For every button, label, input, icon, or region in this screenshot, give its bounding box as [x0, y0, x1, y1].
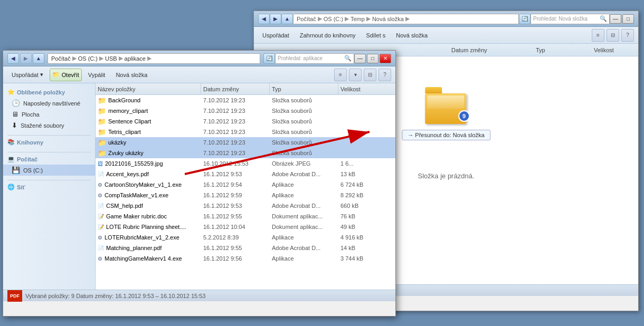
file-row[interactable]: 📝 Game Maker rubric.doc 16.1.2012 9:55 D…: [96, 211, 395, 222]
file-cell-name: 📁 BackGround: [96, 95, 201, 106]
file-row[interactable]: ⚙ MatchingGameMakerv1 4.exe 16.1.2012 9:…: [96, 253, 395, 264]
drop-label-container: → Přesunout do: Nová složka: [402, 130, 490, 140]
file-list-area[interactable]: Název položky Datum změny Typ Velikost 📁…: [96, 83, 395, 290]
file-row[interactable]: ⚙ CartoonStoryMaker_v1_1.exe 16.1.2012 9…: [96, 179, 395, 190]
file-cell-name: 📝 LOTE Rubric Planning sheet....: [96, 222, 201, 232]
front-fwd-btn[interactable]: ▶: [20, 53, 32, 64]
sidebar-item-recently-visited[interactable]: 🕒 Naposledy navštívené: [3, 98, 95, 109]
sidebar-libraries-label: Knihovny: [17, 139, 43, 146]
file-icon: 📝: [98, 224, 104, 230]
back-include-library-btn[interactable]: Zahrnout do knihovny: [296, 29, 360, 42]
front-sep1: ▶: [72, 55, 77, 62]
back-view-btn[interactable]: ≡: [592, 29, 604, 42]
back-share-btn[interactable]: Sdílet s: [362, 29, 390, 42]
back-nav-fwd[interactable]: ▶: [270, 14, 281, 24]
file-row[interactable]: 📁 Sentence Clipart 7.10.2012 19:23 Složk…: [96, 116, 395, 127]
file-row[interactable]: ⚙ LOTERubricMaker_v1_2.exe 5.2.2012 8:39…: [96, 232, 395, 243]
file-icon: 📝: [98, 214, 104, 219]
front-maximize-btn[interactable]: □: [367, 54, 378, 63]
file-row[interactable]: 📝 LOTE Rubric Planning sheet.... 16.1.20…: [96, 222, 395, 232]
file-cell-type: Složka souborů: [270, 137, 338, 148]
sidebar-pc-icon: 💻: [7, 156, 15, 162]
front-burn-btn[interactable]: Vypálit: [84, 69, 110, 81]
file-cell-name: 📄 Matching_planner.pdf: [96, 243, 201, 253]
back-address-path[interactable]: Počítač ▶ OS (C:) ▶ Temp ▶ Nová složka ▶: [293, 14, 519, 24]
file-row[interactable]: 📄 Accent_keys.pdf 16.1.2012 9:53 Adobe A…: [96, 169, 395, 179]
back-help-btn[interactable]: ?: [621, 29, 634, 42]
sidebar-libraries-section: 📚 Knihovny: [3, 138, 95, 148]
back-view-btn2[interactable]: ⊟: [607, 29, 619, 42]
front-search-box[interactable]: Prohledat: aplikace 🔍: [275, 53, 354, 64]
back-maximize-btn[interactable]: □: [622, 14, 634, 24]
back-new-folder-btn[interactable]: Nová složka: [392, 29, 432, 42]
sidebar-osc-icon: 💾: [12, 166, 20, 174]
file-icon: 📁: [98, 139, 106, 147]
sidebar-item-osc[interactable]: 💾 OS (C:): [3, 165, 95, 176]
back-search-box[interactable]: Prohledat: Nová složka 🔍: [531, 14, 610, 24]
col-date-header[interactable]: Datum změny: [201, 83, 270, 94]
front-refresh-btn[interactable]: 🔄: [263, 53, 275, 64]
back-nav-up[interactable]: ▲: [281, 14, 293, 24]
file-cell-date: 7.10.2012 19:23: [201, 127, 270, 137]
front-nav-btns: ◀ ▶ ▲: [7, 53, 44, 64]
back-refresh[interactable]: 🔄: [519, 14, 531, 24]
file-cell-date: 16.1.2012 9:55: [201, 243, 270, 253]
drop-label: → Přesunout do: Nová složka: [402, 130, 490, 140]
front-view-btn3[interactable]: ⊟: [364, 69, 376, 81]
sidebar-item-desktop[interactable]: 🖥 Plocha: [3, 109, 95, 120]
file-name-text: ukázky: [108, 139, 126, 146]
file-cell-type: Aplikace: [270, 179, 338, 190]
back-minimize-btn[interactable]: —: [610, 14, 621, 24]
sidebar-network-label: Síť: [17, 184, 25, 190]
front-close-btn[interactable]: ✕: [380, 54, 391, 63]
front-back-btn[interactable]: ◀: [7, 53, 19, 64]
file-icon: ⚙: [98, 256, 102, 262]
file-cell-size: 4 916 kB: [338, 232, 381, 243]
file-row[interactable]: 🖼 20121016_155259.jpg 16.10.2012 15:53 O…: [96, 158, 395, 169]
file-cell-size: 76 kB: [338, 211, 381, 222]
file-cell-type: Aplikace: [270, 190, 338, 200]
sidebar-favorites-label: Oblíbené položky: [17, 89, 65, 95]
file-cell-size: [338, 137, 381, 148]
file-row[interactable]: 📁 Zvuky ukázky 7.10.2012 19:23 Složka so…: [96, 148, 395, 158]
front-organize-label: Uspořádat: [12, 72, 39, 78]
file-row[interactable]: 📄 CSM_help.pdf 16.1.2012 9:53 Adobe Acro…: [96, 200, 395, 211]
sidebar-item-downloads[interactable]: ⬇ Stažené soubory: [3, 120, 95, 131]
front-search-text: Prohledat: aplikace: [278, 55, 323, 61]
col-type-header[interactable]: Typ: [270, 83, 338, 94]
file-icon: ⚙: [98, 193, 102, 198]
file-name-text: Tetris_clipart: [108, 129, 141, 135]
back-organize-btn[interactable]: Uspořádat: [258, 29, 293, 42]
front-minimize-btn[interactable]: —: [354, 54, 366, 63]
back-nav-back[interactable]: ◀: [258, 14, 270, 24]
file-name-text: Matching_planner.pdf: [106, 245, 162, 251]
file-row[interactable]: ⚙ CompTaskMaker_v1.exe 16.1.2012 9:59 Ap…: [96, 190, 395, 200]
back-col-date: Datum změny: [449, 44, 534, 56]
file-row[interactable]: 📁 Tetris_clipart 7.10.2012 19:23 Složka …: [96, 127, 395, 137]
file-cell-date: 16.1.2012 9:55: [201, 211, 270, 222]
file-cell-name: 📁 memory_clipart: [96, 106, 201, 116]
sidebar-downloads-label: Stažené soubory: [21, 122, 64, 129]
file-row[interactable]: 📁 BackGround 7.10.2012 19:23 Složka soub…: [96, 95, 395, 106]
front-address-path[interactable]: Počítač ▶ OS (C:) ▶ USB ▶ aplikace ▶: [48, 53, 260, 64]
front-help-btn[interactable]: ?: [378, 69, 391, 81]
col-name-header[interactable]: Název položky: [96, 83, 201, 94]
sidebar-divider1: [7, 135, 91, 136]
file-row[interactable]: 📁 ukázky 7.10.2012 19:23 Složka souborů: [96, 137, 395, 148]
front-view-btn1[interactable]: ≡: [334, 69, 347, 81]
file-row[interactable]: 📄 Matching_planner.pdf 16.1.2012 9:55 Ad…: [96, 243, 395, 253]
file-rows-container: 📁 BackGround 7.10.2012 19:23 Složka soub…: [96, 95, 395, 264]
sidebar-downloads-icon: ⬇: [12, 121, 17, 129]
front-organize-btn[interactable]: Uspořádat ▾: [7, 69, 48, 81]
file-name-text: CompTaskMaker_v1.exe: [105, 192, 168, 198]
file-row[interactable]: 📁 memory_clipart 7.10.2012 19:23 Složka …: [96, 106, 395, 116]
front-new-folder-btn[interactable]: Nová složka: [111, 69, 151, 81]
front-view-btn2[interactable]: ▾: [349, 69, 362, 81]
front-up-btn[interactable]: ▲: [33, 53, 44, 64]
front-open-btn[interactable]: 📁 Otevřít: [50, 69, 82, 81]
file-cell-size: 8 292 kB: [338, 190, 381, 200]
sidebar-favorites-section: ⭐ Oblíbené položky 🕒 Naposledy navštíven…: [3, 88, 95, 131]
front-search-icon: 🔍: [344, 55, 352, 62]
folder-inner: [427, 95, 464, 109]
col-size-header[interactable]: Velikost: [338, 83, 381, 94]
